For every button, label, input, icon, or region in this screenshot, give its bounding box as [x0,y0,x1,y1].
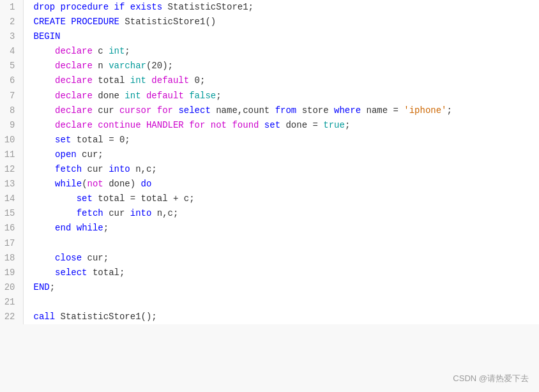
code-token: cursor [119,105,151,116]
code-token: into [130,208,152,218]
code-token: procedure [55,2,114,12]
code-token: END [34,282,50,292]
line-number: 12 [0,162,23,177]
code-token [34,61,56,71]
line-number: 8 [0,103,23,118]
code-token: found [232,120,259,130]
line-number: 1 [0,0,23,15]
code-token [34,135,56,145]
code-token [259,120,264,130]
code-token: declare [55,46,93,56]
line-number: 15 [0,206,23,221]
table-row: 1drop procedure if exists StatisticStore… [0,0,539,15]
table-row: 22call StatisticStore1(); [0,310,539,324]
table-row: 2CREATE PROCEDURE StatisticStore1() [0,15,539,29]
code-token [34,179,56,189]
code-token [34,253,56,263]
code-token: 'iphone' [404,105,446,116]
code-token: cur; [82,253,109,263]
code-editor: 1drop procedure if exists StatisticStore… [0,0,539,392]
code-token: BEGIN [34,31,61,41]
line-number: 2 [0,15,23,29]
code-token [34,91,56,101]
code-token: store [296,105,334,116]
code-line: while(not done) do [23,177,539,192]
code-token: set [264,120,280,130]
code-token: StatisticStore1(); [55,312,157,322]
code-line: fetch cur into n,c; [23,162,539,177]
line-number: 21 [0,295,23,310]
code-token: (20); [146,61,173,71]
code-token [34,193,77,204]
code-token: CREATE [34,17,66,27]
code-line: drop procedure if exists StatisticStore1… [23,0,539,15]
watermark: CSDN @请热爱下去 [453,372,529,386]
line-number: 7 [0,89,23,103]
line-number: 19 [0,266,23,280]
code-token: not [87,179,103,189]
code-token: done) [103,179,141,189]
code-token: c [93,46,109,56]
code-token: done = [280,120,323,130]
code-line: END; [23,280,539,295]
code-token [71,223,76,233]
code-token: where [334,105,361,116]
code-token: n,c; [130,164,157,174]
code-token: n [93,61,109,71]
code-token: int [109,46,125,56]
code-token: do [141,179,152,189]
table-row: 3BEGIN [0,29,539,44]
code-line: close cur; [23,251,539,266]
code-token: name,count [211,105,275,116]
code-token: StatisticStore1() [119,17,216,27]
code-token: ( [82,179,87,189]
code-token [184,91,189,101]
code-line: call StatisticStore1(); [23,310,539,324]
code-token: name = [361,105,404,116]
code-token: default [151,75,189,86]
table-row: 11 open cur; [0,147,539,162]
table-row: 10 set total = 0; [0,133,539,147]
code-token: declare [55,75,93,86]
code-token: ; [216,91,221,101]
code-token: call [34,312,56,322]
code-line: declare c int; [23,44,539,59]
code-token: if [114,2,125,12]
code-token [34,105,56,116]
code-token: select [55,268,87,278]
table-row: 17 [0,236,539,251]
code-token: for [157,105,173,116]
code-table: 1drop procedure if exists StatisticStore… [0,0,539,324]
code-token: 0; [189,75,205,86]
code-token [34,120,56,130]
code-token: PROCEDURE [71,17,119,27]
line-number: 20 [0,280,23,295]
code-line: set total = 0; [23,133,539,147]
code-token: set [55,135,71,145]
code-token: close [55,253,82,263]
code-token [34,164,56,174]
line-number: 17 [0,236,23,251]
code-token [141,120,146,130]
table-row: 13 while(not done) do [0,177,539,192]
table-row: 4 declare c int; [0,44,539,59]
code-line: end while; [23,221,539,236]
line-number: 14 [0,192,23,206]
code-token: varchar [109,61,146,71]
line-number: 3 [0,29,23,44]
line-number: 18 [0,251,23,266]
code-token [34,223,56,233]
code-line: declare total int default 0; [23,73,539,88]
table-row: 20END; [0,280,539,295]
code-token: total; [87,268,125,278]
table-row: 12 fetch cur into n,c; [0,162,539,177]
code-token: from [275,105,297,116]
table-row: 21 [0,295,539,310]
code-token: HANDLER [146,120,184,130]
code-token: open [55,149,77,160]
code-token [34,268,56,278]
code-line: declare cur cursor for select name,count… [23,103,539,118]
code-token: n,c; [151,208,178,218]
code-token [184,120,189,130]
code-token: end [55,223,71,233]
